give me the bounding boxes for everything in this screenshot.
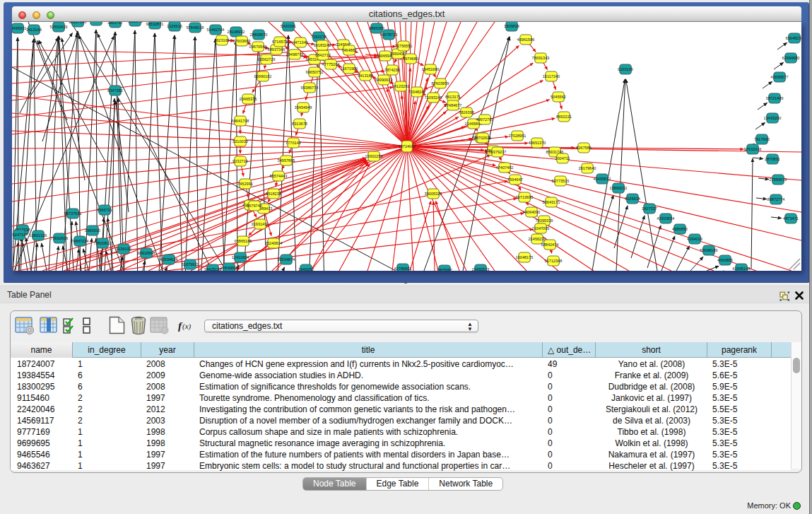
- svg-text:16117240: 16117240: [543, 74, 560, 78]
- svg-text:4873471: 4873471: [783, 216, 799, 221]
- svg-text:39005329: 39005329: [425, 192, 442, 196]
- svg-text:74395339: 74395339: [536, 218, 553, 223]
- svg-text:7770143: 7770143: [286, 141, 301, 145]
- svg-text:16048175: 16048175: [516, 255, 534, 259]
- svg-text:18702621: 18702621: [474, 136, 492, 140]
- svg-text:1509839: 1509839: [504, 24, 519, 28]
- svg-text:64641708: 64641708: [232, 119, 249, 123]
- svg-text:1607337: 1607337: [642, 206, 657, 211]
- svg-text:8267586: 8267586: [576, 146, 592, 150]
- svg-text:35454948: 35454948: [295, 105, 312, 110]
- svg-text:86872774: 86872774: [767, 197, 785, 201]
- svg-text:65648236: 65648236: [786, 36, 801, 40]
- svg-text:31931491: 31931491: [252, 222, 269, 226]
- svg-text:85574443: 85574443: [270, 174, 288, 178]
- svg-text:99386774: 99386774: [301, 86, 319, 90]
- svg-text:71756551: 71756551: [395, 44, 413, 48]
- svg-text:7826398: 7826398: [459, 110, 474, 115]
- svg-text:43699577: 43699577: [771, 75, 789, 79]
- svg-text:3623166: 3623166: [214, 38, 230, 42]
- svg-text:7874296: 7874296: [384, 68, 400, 72]
- svg-text:73602606: 73602606: [51, 236, 69, 240]
- svg-text:71093248: 71093248: [425, 95, 442, 100]
- svg-text:27028951: 27028951: [509, 134, 526, 138]
- svg-text:1640052: 1640052: [298, 267, 314, 271]
- svg-text:67632016: 67632016: [744, 147, 762, 151]
- svg-text:05865185: 05865185: [235, 239, 252, 243]
- svg-text:55698169: 55698169: [700, 248, 718, 252]
- svg-text:19302253: 19302253: [365, 154, 383, 158]
- svg-text:2870831: 2870831: [765, 157, 780, 161]
- svg-text:6025634: 6025634: [625, 197, 640, 201]
- svg-text:5310033: 5310033: [233, 139, 248, 144]
- svg-text:70348247: 70348247: [408, 90, 426, 94]
- svg-text:0103105: 0103105: [618, 67, 633, 71]
- svg-text:28148932: 28148932: [228, 30, 245, 34]
- svg-text:20465375: 20465375: [240, 97, 257, 101]
- svg-text:4238849: 4238849: [127, 22, 143, 23]
- svg-text:26247317: 26247317: [12, 233, 28, 237]
- svg-text:69379237: 69379237: [489, 150, 507, 154]
- svg-text:50643171: 50643171: [543, 200, 560, 204]
- svg-text:4896383: 4896383: [369, 26, 384, 30]
- svg-text:27484677: 27484677: [445, 103, 462, 107]
- svg-text:3953767: 3953767: [107, 22, 123, 25]
- svg-text:88937346: 88937346: [268, 47, 286, 52]
- svg-text:5674680: 5674680: [403, 57, 418, 61]
- svg-text:28809570: 28809570: [250, 33, 268, 37]
- svg-text:43455812: 43455812: [594, 177, 611, 181]
- svg-text:99650752: 99650752: [306, 70, 324, 74]
- svg-text:74687234: 74687234: [71, 239, 89, 243]
- svg-text:93534874: 93534874: [278, 257, 295, 262]
- svg-text:7594647: 7594647: [507, 177, 523, 182]
- svg-text:35240824: 35240824: [265, 241, 283, 245]
- svg-text:8313678: 8313678: [292, 122, 307, 126]
- svg-text:21456232: 21456232: [529, 237, 546, 241]
- svg-text:51712368: 51712368: [545, 259, 563, 263]
- svg-text:8613171: 8613171: [445, 95, 461, 99]
- svg-text:12411824: 12411824: [232, 255, 249, 259]
- svg-text:1226916: 1226916: [167, 24, 182, 28]
- svg-text:87603669: 87603669: [233, 39, 251, 43]
- svg-text:06990162: 06990162: [254, 74, 272, 78]
- svg-text:9413186: 9413186: [358, 74, 373, 78]
- svg-text:9136193: 9136193: [116, 247, 131, 251]
- svg-text:2805982: 2805982: [437, 268, 452, 271]
- svg-text:27849808: 27849808: [220, 266, 238, 270]
- svg-text:2004711: 2004711: [555, 156, 570, 160]
- svg-text:13433200: 13433200: [764, 116, 782, 120]
- svg-text:36183242: 36183242: [314, 43, 331, 47]
- svg-text:47775204: 47775204: [322, 62, 340, 66]
- svg-text:7182278: 7182278: [311, 35, 326, 39]
- svg-text:78820812: 78820812: [94, 241, 112, 245]
- svg-text:45961586: 45961586: [517, 37, 535, 42]
- svg-text:28498776: 28498776: [286, 52, 304, 57]
- svg-text:3518233: 3518233: [266, 192, 281, 196]
- svg-text:26179640: 26179640: [579, 166, 596, 170]
- svg-text:5045562: 5045562: [551, 95, 566, 99]
- svg-text:27889579: 27889579: [770, 177, 787, 182]
- svg-text:0842710: 0842710: [315, 53, 331, 57]
- svg-text:44064090: 44064090: [523, 210, 541, 214]
- svg-text:11671902: 11671902: [341, 66, 358, 71]
- svg-text:8692221: 8692221: [556, 115, 572, 119]
- svg-text:06562729: 06562729: [258, 57, 276, 62]
- svg-text:18495931: 18495931: [12, 26, 26, 30]
- svg-text:6566701: 6566701: [97, 208, 112, 212]
- svg-text:4471349: 4471349: [293, 40, 308, 45]
- svg-text:97848018: 97848018: [187, 25, 204, 30]
- svg-text:4060883: 4060883: [717, 258, 733, 262]
- svg-text:52553419: 52553419: [50, 25, 68, 29]
- svg-text:36713695: 36713695: [516, 195, 534, 199]
- svg-text:61595148: 61595148: [733, 267, 751, 271]
- svg-text:49972787: 49972787: [476, 117, 494, 122]
- svg-text:38425135: 38425135: [204, 267, 222, 271]
- svg-text:21047095: 21047095: [532, 226, 550, 230]
- svg-text:15451680: 15451680: [422, 67, 440, 71]
- svg-text:0980500: 0980500: [85, 228, 100, 233]
- svg-text:09670546: 09670546: [249, 45, 267, 49]
- svg-text:96532871: 96532871: [146, 22, 164, 26]
- svg-text:7917693: 7917693: [754, 137, 770, 141]
- svg-text:49651370: 49651370: [529, 141, 546, 145]
- svg-text:7452991: 7452991: [237, 182, 253, 186]
